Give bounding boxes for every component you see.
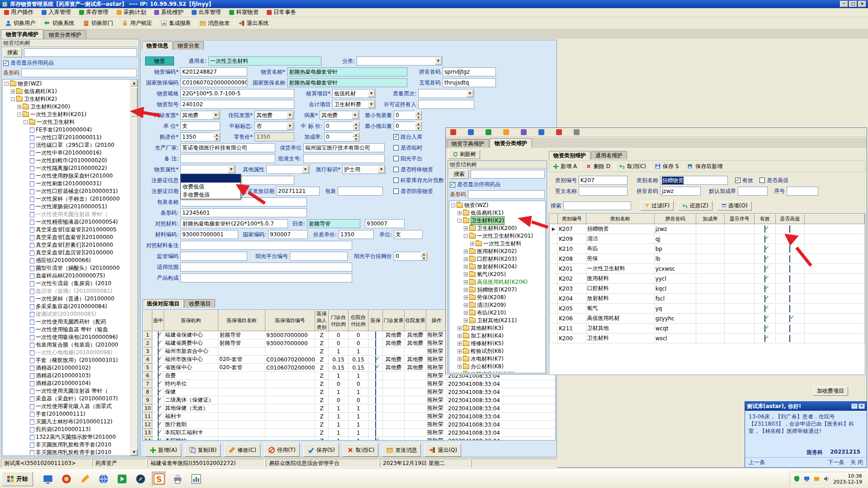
column-header[interactable]: 医保 [368,310,383,331]
form-tab-0[interactable]: 物资信息 [142,41,173,50]
row-checkbox[interactable] [789,245,790,253]
tree-node[interactable]: 酒精器(2010000104) [3,380,130,387]
chevron-down-icon[interactable]: ▼ [368,101,375,108]
row-checkbox[interactable] [764,245,765,253]
chevron-down-icon[interactable]: ▼ [435,57,442,65]
cell[interactable] [368,339,383,347]
column-header[interactable]: 类别编号 [558,214,586,224]
taskbar-app-s-button[interactable]: S [152,472,166,486]
cell[interactable] [755,274,775,284]
close-icon[interactable]: × [858,1,866,7]
spinner[interactable]: 0▲▼ [324,122,359,131]
row-checkbox[interactable] [789,285,790,292]
tray-shield-icon[interactable] [793,475,800,482]
cell[interactable] [755,304,775,314]
cell[interactable] [152,339,164,347]
tree-node[interactable]: 真空采血管[血沉管](20100000 [3,249,130,257]
tree-node[interactable]: 煎药袋(2010000113) [3,426,130,433]
collapse-icon[interactable]: - [5,82,9,86]
barcode-input[interactable] [468,190,545,199]
text-input[interactable]: 一次性卫生材料 [208,56,321,66]
insurance-row[interactable]: 14本院特约Z11熊秋荣2023041008:33:04 [143,437,556,441]
toolbar-lock-button[interactable]: 用户锁定 [118,19,155,28]
tree-node[interactable]: 真空采血管[血凝管](20100000 [3,234,130,241]
cell[interactable] [368,347,383,356]
tree-node[interactable]: 一次性使用输血器 带针（输血 [3,326,130,333]
expand-icon[interactable]: + [458,326,462,330]
taskbar-compass-button[interactable] [133,472,148,486]
tree-node[interactable]: 一次性心电电极(2010000098) [3,349,130,357]
tree-node[interactable]: 一次性使用雾化吸入器（面罩式 [3,403,130,410]
tree-node[interactable]: 包装用复合膜（包装袋）(201000 [3,341,130,349]
cell[interactable] [152,388,164,396]
class-row[interactable]: K210布匹bp [550,244,865,254]
row-checkbox[interactable] [375,356,376,363]
class-row[interactable]: ▶K207捐赠物资jzwz [550,224,865,234]
text-input[interactable] [418,100,474,109]
class-options-button[interactable]: 选项(O) [717,201,752,211]
collapse-icon[interactable]: - [464,234,468,238]
tree-node[interactable]: -卫生材料(K2) [3,95,130,103]
cell[interactable] [775,284,804,294]
expand-icon[interactable]: + [458,211,462,215]
text-input[interactable] [338,187,383,196]
row-checkbox[interactable] [789,275,790,282]
spin-down-icon[interactable]: ▼ [353,126,359,131]
cell[interactable] [775,333,804,343]
spin-down-icon[interactable]: ▼ [353,137,359,141]
dropdown-option[interactable]: 非收费低值 [181,191,241,199]
cell[interactable] [368,396,383,404]
cell[interactable] [152,421,164,429]
row-checkbox[interactable] [158,364,159,371]
tree-node[interactable]: 一次性隔离服(2010000022) [3,164,130,172]
text-input[interactable]: 1350 [339,230,374,239]
class-search-input[interactable] [563,202,631,210]
menu-item-4[interactable]: 系统维护 [150,8,188,17]
expand-icon[interactable]: + [464,280,468,284]
cell[interactable] [152,331,164,339]
collapse-icon[interactable]: - [17,113,21,117]
row-checkbox[interactable] [789,255,790,263]
class-tree-node[interactable]: +布匹(K210) [450,309,538,317]
row-checkbox[interactable] [789,335,790,342]
dropdown[interactable]: 其他费▼ [180,111,220,120]
scroll-up-icon[interactable]: ▲ [131,80,137,86]
text-input[interactable] [180,263,352,272]
tree-node[interactable]: 真空采血管[肝素们](20100000 [3,241,130,249]
text-input[interactable]: 22G*100*5.0.7-100-5 [180,89,294,98]
expand-icon[interactable]: + [464,272,468,277]
tree-node[interactable]: 采血器（采血针）(2010000107) [3,395,130,403]
cell[interactable] [775,264,804,274]
chevron-down-icon[interactable]: ▼ [378,166,385,173]
collapse-icon[interactable]: - [11,97,15,101]
expand-icon[interactable]: + [464,303,468,307]
column-header[interactable]: 医保项目编号 [265,310,315,331]
tree-node[interactable]: 一次性妇检巾(2010000020) [3,157,130,164]
spinner[interactable]: 1350▲▼ [180,132,220,141]
row-checkbox[interactable] [375,364,376,371]
tree-node[interactable]: 一次性口腔器械盒(2010000031) [3,188,130,195]
spin-down-icon[interactable]: ▼ [415,115,422,120]
cell[interactable] [755,264,775,274]
action-save-button[interactable]: 保存(S) [303,443,339,457]
spin-down-icon[interactable]: ▼ [415,126,422,131]
action-copy-button[interactable]: 复制(B) [185,443,221,457]
start-button[interactable]: 开始 [2,472,33,486]
column-header[interactable]: 加成率 [696,214,724,224]
cell[interactable] [368,413,383,421]
show-disabled-checkbox[interactable] [3,61,9,66]
text-input[interactable]: 射频导管 [307,219,360,228]
menu-item-1[interactable]: 入库管理 [38,8,75,17]
menu-item-5[interactable]: 出库管理 [188,8,225,17]
text-input[interactable]: C01060702000000009067 [180,78,247,87]
scroll-down-icon[interactable]: ▼ [131,449,137,455]
class-tree-node[interactable]: +加工材料(K4) [450,332,538,340]
column-header[interactable]: 门诊自付比例 [329,310,349,331]
expand-icon[interactable]: + [464,319,468,323]
cell[interactable] [775,304,804,314]
text-input[interactable] [180,154,275,163]
tree-node[interactable]: 1322蒸汽灭菌指示胶带(201000 [3,433,130,441]
cell[interactable] [775,324,804,333]
column-header[interactable]: 选中 [152,310,164,331]
row-checkbox[interactable] [158,340,159,347]
